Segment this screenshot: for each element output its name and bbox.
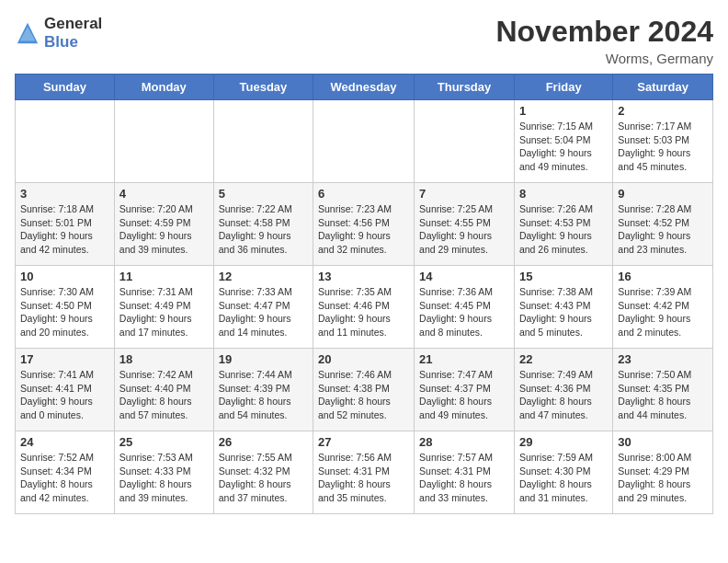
day-number: 15	[519, 270, 608, 283]
week-row-0: 1Sunrise: 7:15 AM Sunset: 5:04 PM Daylig…	[16, 100, 713, 183]
day-number: 13	[318, 270, 409, 283]
weekday-header-wednesday: Wednesday	[313, 75, 415, 100]
day-number: 29	[519, 435, 608, 449]
day-info: Sunrise: 7:18 AM Sunset: 5:01 PM Dayligh…	[20, 202, 109, 257]
calendar-cell: 21Sunrise: 7:47 AM Sunset: 4:37 PM Dayli…	[415, 349, 515, 431]
calendar-cell: 28Sunrise: 7:57 AM Sunset: 4:31 PM Dayli…	[415, 431, 515, 514]
weekday-header-monday: Monday	[114, 75, 213, 100]
calendar-cell: 5Sunrise: 7:22 AM Sunset: 4:58 PM Daylig…	[213, 183, 313, 266]
day-number: 25	[119, 435, 209, 449]
day-number: 7	[419, 187, 509, 201]
week-row-4: 24Sunrise: 7:52 AM Sunset: 4:34 PM Dayli…	[16, 431, 713, 514]
calendar-cell	[114, 100, 213, 183]
calendar-cell: 25Sunrise: 7:53 AM Sunset: 4:33 PM Dayli…	[114, 431, 213, 514]
day-number: 18	[119, 352, 209, 366]
day-number: 2	[618, 104, 708, 118]
day-number: 14	[419, 270, 509, 283]
day-number: 8	[519, 187, 608, 201]
day-number: 11	[119, 270, 209, 283]
calendar-cell: 1Sunrise: 7:15 AM Sunset: 5:04 PM Daylig…	[514, 100, 612, 183]
calendar-cell: 27Sunrise: 7:56 AM Sunset: 4:31 PM Dayli…	[313, 431, 415, 514]
day-info: Sunrise: 7:59 AM Sunset: 4:30 PM Dayligh…	[519, 451, 608, 505]
calendar-table: SundayMondayTuesdayWednesdayThursdayFrid…	[15, 74, 713, 514]
calendar-cell	[313, 100, 415, 183]
month-title: November 2024	[495, 15, 713, 49]
day-number: 9	[618, 187, 708, 201]
calendar-cell: 11Sunrise: 7:31 AM Sunset: 4:49 PM Dayli…	[114, 266, 213, 349]
calendar-cell: 18Sunrise: 7:42 AM Sunset: 4:40 PM Dayli…	[114, 349, 213, 431]
day-info: Sunrise: 7:38 AM Sunset: 4:43 PM Dayligh…	[519, 285, 608, 339]
week-row-2: 10Sunrise: 7:30 AM Sunset: 4:50 PM Dayli…	[16, 266, 713, 349]
day-number: 30	[618, 435, 708, 449]
day-number: 20	[318, 352, 409, 366]
week-row-1: 3Sunrise: 7:18 AM Sunset: 5:01 PM Daylig…	[16, 183, 713, 266]
calendar-cell: 2Sunrise: 7:17 AM Sunset: 5:03 PM Daylig…	[613, 100, 713, 183]
calendar-cell: 9Sunrise: 7:28 AM Sunset: 4:52 PM Daylig…	[613, 183, 713, 266]
day-number: 26	[219, 435, 308, 449]
day-info: Sunrise: 7:35 AM Sunset: 4:46 PM Dayligh…	[318, 285, 409, 339]
header: General Blue November 2024 Worms, German…	[15, 15, 713, 66]
day-number: 10	[20, 270, 109, 283]
calendar-cell: 16Sunrise: 7:39 AM Sunset: 4:42 PM Dayli…	[613, 266, 713, 349]
weekday-header-row: SundayMondayTuesdayWednesdayThursdayFrid…	[16, 75, 713, 100]
calendar-cell: 19Sunrise: 7:44 AM Sunset: 4:39 PM Dayli…	[213, 349, 313, 431]
day-info: Sunrise: 7:46 AM Sunset: 4:38 PM Dayligh…	[318, 368, 409, 422]
day-info: Sunrise: 7:52 AM Sunset: 4:34 PM Dayligh…	[20, 451, 109, 505]
day-number: 28	[419, 435, 509, 449]
day-info: Sunrise: 8:00 AM Sunset: 4:29 PM Dayligh…	[618, 451, 708, 505]
day-info: Sunrise: 7:15 AM Sunset: 5:04 PM Dayligh…	[519, 120, 608, 174]
title-section: November 2024 Worms, Germany	[495, 15, 713, 66]
day-info: Sunrise: 7:26 AM Sunset: 4:53 PM Dayligh…	[519, 202, 608, 257]
day-info: Sunrise: 7:39 AM Sunset: 4:42 PM Dayligh…	[618, 285, 708, 339]
calendar-cell: 13Sunrise: 7:35 AM Sunset: 4:46 PM Dayli…	[313, 266, 415, 349]
calendar-cell: 7Sunrise: 7:25 AM Sunset: 4:55 PM Daylig…	[415, 183, 515, 266]
calendar-cell: 4Sunrise: 7:20 AM Sunset: 4:59 PM Daylig…	[114, 183, 213, 266]
day-info: Sunrise: 7:49 AM Sunset: 4:36 PM Dayligh…	[519, 368, 608, 422]
calendar-cell: 17Sunrise: 7:41 AM Sunset: 4:41 PM Dayli…	[16, 349, 115, 431]
calendar-cell	[213, 100, 313, 183]
day-info: Sunrise: 7:44 AM Sunset: 4:39 PM Dayligh…	[219, 368, 308, 422]
day-info: Sunrise: 7:36 AM Sunset: 4:45 PM Dayligh…	[419, 285, 509, 339]
day-number: 3	[20, 187, 109, 201]
calendar-cell: 23Sunrise: 7:50 AM Sunset: 4:35 PM Dayli…	[613, 349, 713, 431]
day-info: Sunrise: 7:28 AM Sunset: 4:52 PM Dayligh…	[618, 202, 708, 257]
logo-blue: Blue	[44, 33, 102, 52]
calendar-cell: 29Sunrise: 7:59 AM Sunset: 4:30 PM Dayli…	[514, 431, 612, 514]
day-info: Sunrise: 7:57 AM Sunset: 4:31 PM Dayligh…	[419, 451, 509, 505]
day-number: 6	[318, 187, 409, 201]
day-info: Sunrise: 7:41 AM Sunset: 4:41 PM Dayligh…	[20, 368, 109, 422]
day-number: 17	[20, 352, 109, 366]
calendar-cell: 14Sunrise: 7:36 AM Sunset: 4:45 PM Dayli…	[415, 266, 515, 349]
day-info: Sunrise: 7:23 AM Sunset: 4:56 PM Dayligh…	[318, 202, 409, 257]
calendar-cell: 15Sunrise: 7:38 AM Sunset: 4:43 PM Dayli…	[514, 266, 612, 349]
day-number: 19	[219, 352, 308, 366]
calendar-cell: 30Sunrise: 8:00 AM Sunset: 4:29 PM Dayli…	[613, 431, 713, 514]
day-info: Sunrise: 7:17 AM Sunset: 5:03 PM Dayligh…	[618, 120, 708, 174]
calendar-cell: 24Sunrise: 7:52 AM Sunset: 4:34 PM Dayli…	[16, 431, 115, 514]
calendar-cell: 3Sunrise: 7:18 AM Sunset: 5:01 PM Daylig…	[16, 183, 115, 266]
day-info: Sunrise: 7:55 AM Sunset: 4:32 PM Dayligh…	[219, 451, 308, 505]
calendar-cell: 6Sunrise: 7:23 AM Sunset: 4:56 PM Daylig…	[313, 183, 415, 266]
day-info: Sunrise: 7:42 AM Sunset: 4:40 PM Dayligh…	[119, 368, 209, 422]
logo: General Blue	[15, 15, 102, 52]
calendar-cell: 22Sunrise: 7:49 AM Sunset: 4:36 PM Dayli…	[514, 349, 612, 431]
calendar-cell: 26Sunrise: 7:55 AM Sunset: 4:32 PM Dayli…	[213, 431, 313, 514]
weekday-header-thursday: Thursday	[415, 75, 515, 100]
week-row-3: 17Sunrise: 7:41 AM Sunset: 4:41 PM Dayli…	[16, 349, 713, 431]
day-number: 5	[219, 187, 308, 201]
day-info: Sunrise: 7:20 AM Sunset: 4:59 PM Dayligh…	[119, 202, 209, 257]
day-info: Sunrise: 7:50 AM Sunset: 4:35 PM Dayligh…	[618, 368, 708, 422]
day-info: Sunrise: 7:47 AM Sunset: 4:37 PM Dayligh…	[419, 368, 509, 422]
day-number: 27	[318, 435, 409, 449]
day-info: Sunrise: 7:22 AM Sunset: 4:58 PM Dayligh…	[219, 202, 308, 257]
weekday-header-sunday: Sunday	[16, 75, 115, 100]
logo-icon	[15, 20, 40, 46]
day-number: 22	[519, 352, 608, 366]
logo-general: General	[44, 15, 102, 33]
weekday-header-saturday: Saturday	[613, 75, 713, 100]
location-subtitle: Worms, Germany	[495, 51, 713, 66]
day-number: 16	[618, 270, 708, 283]
day-number: 12	[219, 270, 308, 283]
day-info: Sunrise: 7:31 AM Sunset: 4:49 PM Dayligh…	[119, 285, 209, 339]
day-info: Sunrise: 7:56 AM Sunset: 4:31 PM Dayligh…	[318, 451, 409, 505]
